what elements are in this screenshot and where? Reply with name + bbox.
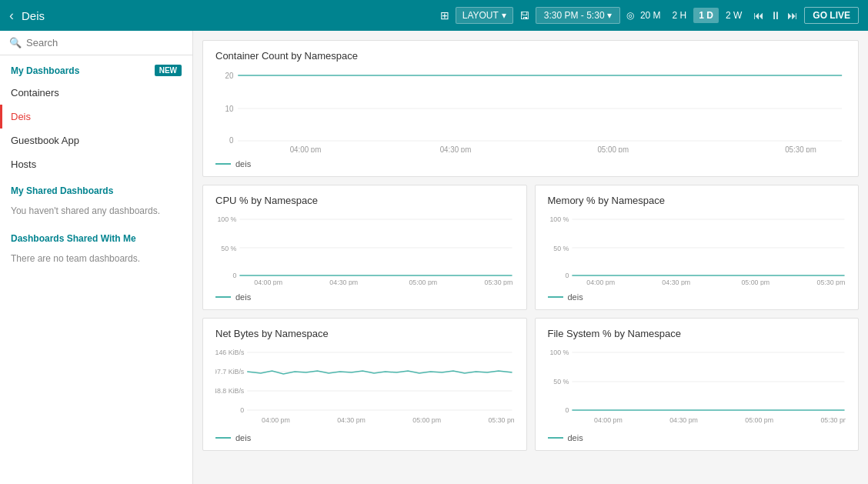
cpu-svg: 100 % 50 % 0 04:00 pm 04:30 pm 05:00 pm …: [215, 212, 514, 285]
my-dashboards-label: My Dashboards: [11, 65, 79, 76]
svg-text:04:30 pm: 04:30 pm: [669, 416, 698, 424]
time-range-chevron-icon: ▾: [607, 10, 612, 21]
topbar-controls: ⊞ LAYOUT ▾ 🖫 3:30 PM - 5:30 ▾ ◎ 20 M 2 H…: [440, 7, 859, 24]
net-svg: 146 KiB/s 97.7 KiB/s 48.8 KiB/s 0 04:00 …: [215, 345, 514, 426]
svg-text:05:30 pm: 05:30 pm: [488, 416, 513, 424]
search-icon: 🔍: [9, 37, 22, 48]
svg-text:0: 0: [240, 406, 244, 414]
sidebar-item-hosts[interactable]: Hosts: [0, 152, 192, 176]
sidebar-item-containers[interactable]: Containers: [0, 81, 192, 105]
sidebar-item-guestbook[interactable]: Guestbook App: [0, 129, 192, 152]
pause-button[interactable]: ⏸: [770, 9, 781, 22]
svg-text:05:00 pm: 05:00 pm: [745, 416, 773, 424]
svg-text:04:00 pm: 04:00 pm: [290, 145, 322, 152]
filesystem-legend: deis: [548, 433, 846, 442]
svg-text:0: 0: [565, 406, 569, 414]
container-count-legend: deis: [215, 159, 846, 169]
content-area: Container Count by Namespace 20 10 0 04:…: [193, 31, 868, 484]
svg-text:04:30 pm: 04:30 pm: [440, 145, 472, 152]
svg-text:05:30 pm: 05:30 pm: [820, 416, 846, 424]
main-layout: 🔍 My Dashboards NEW Containers Deis Gues…: [0, 31, 868, 484]
svg-text:50 %: 50 %: [553, 245, 569, 252]
golive-button[interactable]: GO LIVE: [804, 7, 859, 24]
new-badge: NEW: [155, 65, 182, 76]
time-range-label: 3:30 PM - 5:30: [544, 10, 605, 21]
svg-text:05:00 pm: 05:00 pm: [409, 279, 437, 285]
container-count-chart: Container Count by Namespace 20 10 0 04:…: [202, 40, 859, 177]
svg-text:04:00 pm: 04:00 pm: [254, 279, 282, 285]
legend-line-icon: [215, 296, 231, 298]
legend-line-icon: [215, 163, 231, 165]
shared-dashboards-section: My Shared Dashboards: [0, 176, 192, 201]
svg-text:05:00 pm: 05:00 pm: [412, 416, 441, 424]
net-filesystem-row: Net Bytes by Namespace 146 KiB/s 97.7 Ki…: [202, 318, 859, 451]
period-20m-button[interactable]: 2 H: [667, 8, 693, 23]
filesystem-percent-title: File System % by Namespace: [548, 328, 846, 339]
svg-text:10: 10: [225, 105, 234, 113]
period-1d-button[interactable]: 2 W: [720, 8, 747, 23]
period-2h-button[interactable]: 1 D: [693, 8, 719, 23]
svg-text:20: 20: [225, 72, 234, 80]
svg-text:04:30 pm: 04:30 pm: [329, 279, 358, 285]
svg-text:05:00 pm: 05:00 pm: [741, 279, 770, 285]
svg-text:05:30 pm: 05:30 pm: [484, 279, 512, 285]
cpu-percent-title: CPU % by Namespace: [215, 195, 514, 206]
time-range-button[interactable]: 3:30 PM - 5:30 ▾: [536, 7, 620, 24]
legend-label: deis: [235, 292, 251, 302]
svg-text:0: 0: [233, 272, 237, 279]
svg-text:50 %: 50 %: [553, 378, 569, 386]
save-icon: 🖫: [519, 10, 529, 22]
cpu-legend: deis: [215, 292, 514, 302]
svg-text:100 %: 100 %: [217, 215, 236, 223]
layout-label: LAYOUT: [462, 10, 499, 21]
app-title: Deis: [22, 9, 432, 22]
legend-line-icon: [215, 437, 231, 439]
time-period-selector: 2 H 1 D 2 W: [667, 8, 748, 23]
layout-chevron-icon: ▾: [502, 10, 506, 21]
topbar: ‹ Deis ⊞ LAYOUT ▾ 🖫 3:30 PM - 5:30 ▾ ◎ 2…: [0, 0, 868, 31]
legend-label: deis: [568, 433, 583, 442]
svg-text:0: 0: [565, 272, 569, 279]
svg-text:04:00 pm: 04:00 pm: [262, 416, 290, 424]
net-legend: deis: [215, 433, 514, 442]
memory-percent-chart: Memory % by Namespace 100 % 50 % 0 04:00…: [535, 185, 860, 310]
svg-text:100 %: 100 %: [549, 349, 569, 356]
svg-text:146 KiB/s: 146 KiB/s: [215, 349, 245, 356]
shared-with-me-section: Dashboards Shared With Me: [0, 224, 192, 249]
prev-button[interactable]: ⏮: [753, 9, 764, 22]
shared-empty-text: You haven't shared any dashboards.: [0, 201, 192, 224]
legend-label: deis: [235, 433, 251, 442]
legend-label: deis: [568, 292, 583, 302]
layout-button[interactable]: LAYOUT ▾: [456, 7, 513, 24]
sidebar: 🔍 My Dashboards NEW Containers Deis Gues…: [0, 31, 193, 484]
zoom-icon: ◎: [626, 10, 634, 21]
svg-text:50 %: 50 %: [221, 245, 236, 252]
legend-line-icon: [548, 437, 563, 439]
search-input[interactable]: [26, 37, 183, 48]
container-count-svg: 20 10 0 04:00 pm 04:30 pm 05:00 pm 05:30…: [215, 68, 846, 152]
cpu-memory-row: CPU % by Namespace 100 % 50 % 0 04:00 pm…: [202, 185, 859, 310]
shared-dashboards-label: My Shared Dashboards: [11, 185, 113, 196]
svg-text:04:00 pm: 04:00 pm: [594, 416, 623, 424]
svg-text:97.7 KiB/s: 97.7 KiB/s: [215, 368, 245, 376]
svg-text:05:00 pm: 05:00 pm: [597, 145, 629, 152]
svg-text:04:00 pm: 04:00 pm: [586, 279, 615, 285]
shared-with-me-empty-text: There are no team dashboards.: [0, 249, 192, 272]
svg-text:0: 0: [229, 136, 234, 145]
legend-label: deis: [235, 159, 251, 169]
my-dashboards-section: My Dashboards NEW: [0, 55, 192, 81]
back-button[interactable]: ‹: [9, 8, 14, 24]
svg-text:05:30 pm: 05:30 pm: [785, 145, 816, 152]
net-bytes-title: Net Bytes by Namespace: [215, 328, 514, 339]
sidebar-item-deis[interactable]: Deis: [0, 105, 192, 129]
net-bytes-chart: Net Bytes by Namespace 146 KiB/s 97.7 Ki…: [202, 318, 527, 451]
zoom-level: 20 M: [640, 10, 661, 21]
container-count-title: Container Count by Namespace: [215, 50, 846, 62]
svg-text:100 %: 100 %: [549, 215, 569, 223]
next-button[interactable]: ⏭: [787, 9, 798, 22]
layout-icon: ⊞: [440, 9, 449, 22]
shared-with-me-label: Dashboards Shared With Me: [11, 233, 136, 244]
legend-line-icon: [548, 296, 563, 298]
filesystem-svg: 100 % 50 % 0 04:00 pm 04:30 pm 05:00 pm …: [548, 345, 846, 426]
cpu-percent-chart: CPU % by Namespace 100 % 50 % 0 04:00 pm…: [202, 185, 527, 310]
